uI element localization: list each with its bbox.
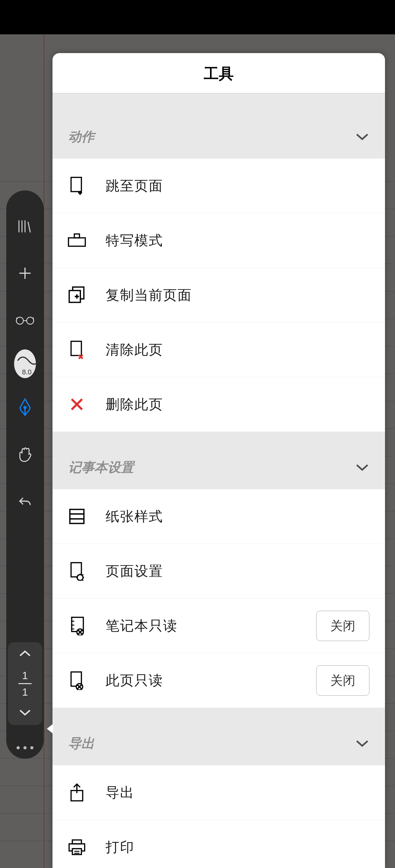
row-delete-page[interactable]: 删除此页 [53, 377, 385, 432]
export-icon [66, 782, 87, 803]
page-up-icon[interactable] [19, 649, 32, 659]
popover-caret [47, 724, 53, 734]
row-jump-to-page[interactable]: 跳至页面 [53, 159, 385, 213]
notebook-lock-icon [66, 615, 87, 636]
lines-icon [66, 506, 87, 527]
row-label: 复制当前页面 [106, 286, 369, 304]
library-icon[interactable] [14, 215, 36, 237]
section-title: 导出 [68, 735, 94, 752]
row-duplicate-page[interactable]: 复制当前页面 [53, 268, 385, 322]
svg-rect-5 [74, 234, 80, 238]
more-icon[interactable] [17, 746, 33, 749]
row-page-readonly: 此页只读 关闭 [53, 653, 385, 708]
tools-panel: 工具 动作 跳至页面 特写模式 复制当前页面 [53, 53, 385, 868]
section-header-export[interactable]: 导出 [53, 708, 385, 765]
row-label: 页面设置 [106, 562, 369, 581]
row-notebook-readonly: 笔记本只读 关闭 [53, 598, 385, 653]
duplicate-icon [66, 284, 87, 306]
svg-rect-9 [70, 509, 84, 524]
page-gear-icon [66, 560, 87, 582]
row-export[interactable]: 导出 [53, 765, 385, 820]
row-label: 清除此页 [106, 341, 369, 359]
row-closeup-mode[interactable]: 特写模式 [53, 213, 385, 268]
total-pages: 1 [19, 687, 32, 697]
section-title: 动作 [68, 128, 94, 146]
row-label: 打印 [106, 838, 369, 857]
row-label: 跳至页面 [106, 177, 369, 195]
svg-rect-8 [71, 341, 81, 355]
undo-icon[interactable] [14, 490, 36, 512]
print-icon [66, 837, 87, 858]
row-label: 笔记本只读 [106, 617, 316, 635]
chevron-down-icon [355, 463, 369, 472]
svg-rect-4 [68, 238, 85, 246]
svg-point-1 [27, 317, 34, 324]
current-page: 1 [19, 670, 32, 681]
toggle-notebook-readonly[interactable]: 关闭 [316, 611, 369, 641]
row-print[interactable]: 打印 [53, 820, 385, 868]
vertical-toolbar: 8.0 1 1 [6, 190, 44, 759]
section-header-notebook[interactable]: 记事本设置 [53, 432, 385, 489]
clear-page-icon [66, 339, 87, 360]
row-label: 纸张样式 [106, 507, 369, 526]
page-navigator: 1 1 [8, 642, 42, 725]
section-header-actions[interactable]: 动作 [53, 94, 385, 159]
brush-size-button[interactable]: 8.0 [14, 353, 36, 375]
svg-point-0 [16, 317, 23, 324]
chevron-down-icon [355, 739, 369, 748]
page-add-icon [66, 175, 87, 196]
page-indicator[interactable]: 1 1 [19, 670, 32, 697]
panel-body[interactable]: 动作 跳至页面 特写模式 复制当前页面 清除此页 [53, 94, 385, 868]
row-label: 删除此页 [106, 395, 369, 414]
row-label: 导出 [106, 783, 369, 802]
glasses-icon[interactable] [14, 309, 36, 331]
focus-icon [66, 230, 87, 251]
row-page-setup[interactable]: 页面设置 [53, 544, 385, 598]
chevron-down-icon [355, 132, 369, 141]
row-clear-page[interactable]: 清除此页 [53, 322, 385, 377]
panel-title: 工具 [53, 53, 385, 94]
row-label: 此页只读 [106, 671, 316, 690]
delete-icon [66, 394, 87, 415]
brush-size-label: 8.0 [22, 368, 32, 376]
row-paper-style[interactable]: 纸张样式 [53, 489, 385, 544]
page-lock-icon [66, 670, 87, 691]
section-title: 记事本设置 [68, 459, 134, 476]
add-icon[interactable] [14, 262, 36, 284]
hand-tool-icon[interactable] [14, 443, 36, 465]
row-label: 特写模式 [106, 231, 369, 250]
toggle-page-readonly[interactable]: 关闭 [316, 665, 369, 696]
svg-rect-3 [71, 177, 81, 191]
page-down-icon[interactable] [19, 708, 32, 718]
pen-tool-icon[interactable] [14, 397, 36, 418]
